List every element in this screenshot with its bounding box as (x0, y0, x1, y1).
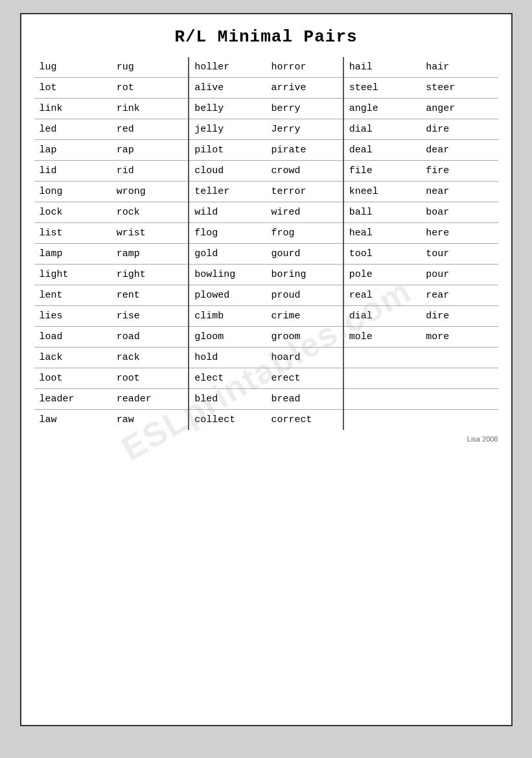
cell-r-word-right: dire (421, 119, 498, 140)
cell-l-word: load (34, 327, 111, 348)
cell-r-word-mid: groom (266, 327, 343, 348)
cell-r-word-right: anger (421, 99, 498, 119)
cell-r-word-right: here (421, 223, 498, 244)
cell-l-word-right: tool (343, 244, 421, 265)
table-row: ledredjellyJerrydialdire (34, 119, 498, 140)
table-row: loadroadgloomgroommolemore (34, 327, 498, 348)
cell-l-word: lack (34, 348, 111, 368)
cell-l-word: led (34, 119, 111, 140)
table-wrapper: lugrughollerhorrorhailhairlotrotalivearr… (34, 57, 498, 430)
cell-r-word: rink (111, 99, 189, 119)
table-row: listwristflogfroghealhere (34, 223, 498, 244)
cell-r-word-right: hair (421, 57, 498, 78)
table-row: lockrockwildwiredballboar (34, 202, 498, 223)
cell-l-word-mid: gold (189, 244, 266, 265)
cell-r-word-mid: gourd (266, 244, 343, 265)
cell-r-word-mid: arrive (266, 78, 343, 99)
cell-r-word-mid: Jerry (266, 119, 343, 140)
cell-l-word-mid: belly (189, 99, 266, 119)
cell-l-word-mid: collect (189, 410, 266, 431)
cell-r-word-mid: erect (266, 368, 343, 389)
cell-r-word-mid: proud (266, 285, 343, 306)
cell-r-word-right (421, 368, 498, 389)
cell-l-word-mid: bowling (189, 265, 266, 285)
cell-l-word: lock (34, 202, 111, 223)
cell-r-word-mid: wired (266, 202, 343, 223)
table-row: lightrightbowlingboringpolepour (34, 265, 498, 285)
cell-l-word: lid (34, 161, 111, 182)
cell-l-word-right: deal (343, 140, 421, 161)
cell-l-word-mid: flog (189, 223, 266, 244)
cell-l-word: leader (34, 389, 111, 410)
cell-r-word-mid: correct (266, 410, 343, 431)
cell-l-word: lent (34, 285, 111, 306)
cell-l-word: law (34, 410, 111, 431)
cell-l-word-mid: bled (189, 389, 266, 410)
table-row: lidridcloudcrowdfilefire (34, 161, 498, 182)
table-row: longwrongtellerterrorkneelnear (34, 182, 498, 202)
cell-r-word-mid: pirate (266, 140, 343, 161)
cell-r-word-right (421, 348, 498, 368)
cell-l-word-right: dial (343, 119, 421, 140)
table-row: liesriseclimbcrimedialdire (34, 306, 498, 327)
table-row: lamprampgoldgourdtooltour (34, 244, 498, 265)
cell-l-word: lamp (34, 244, 111, 265)
cell-r-word-right: dear (421, 140, 498, 161)
cell-l-word-mid: gloom (189, 327, 266, 348)
table-row: lugrughollerhorrorhailhair (34, 57, 498, 78)
cell-r-word-right: tour (421, 244, 498, 265)
cell-r-word: red (111, 119, 189, 140)
cell-r-word-mid: berry (266, 99, 343, 119)
cell-l-word-mid: hold (189, 348, 266, 368)
cell-r-word-right: dire (421, 306, 498, 327)
cell-r-word-right: pour (421, 265, 498, 285)
cell-l-word-right: steel (343, 78, 421, 99)
cell-l-word-mid: alive (189, 78, 266, 99)
page-title: R/L Minimal Pairs (34, 27, 498, 47)
cell-l-word-right: ball (343, 202, 421, 223)
cell-l-word-right (343, 410, 421, 431)
table-row: leaderreaderbledbread (34, 389, 498, 410)
table-row: lootrootelecterect (34, 368, 498, 389)
cell-l-word: lap (34, 140, 111, 161)
table-row: lackrackholdhoard (34, 348, 498, 368)
cell-r-word-mid: boring (266, 265, 343, 285)
cell-l-word-mid: wild (189, 202, 266, 223)
cell-r-word-right: near (421, 182, 498, 202)
cell-l-word-right: mole (343, 327, 421, 348)
cell-r-word: wrong (111, 182, 189, 202)
cell-r-word-right: more (421, 327, 498, 348)
cell-r-word: raw (111, 410, 189, 431)
table-row: laprappilotpiratedealdear (34, 140, 498, 161)
cell-r-word: rent (111, 285, 189, 306)
cell-l-word: long (34, 182, 111, 202)
cell-l-word-right (343, 348, 421, 368)
cell-r-word-right (421, 410, 498, 431)
cell-r-word: wrist (111, 223, 189, 244)
cell-r-word-right: rear (421, 285, 498, 306)
cell-r-word: rap (111, 140, 189, 161)
cell-r-word: right (111, 265, 189, 285)
cell-l-word-right: heal (343, 223, 421, 244)
cell-r-word-mid: crime (266, 306, 343, 327)
cell-l-word-right (343, 389, 421, 410)
cell-r-word: reader (111, 389, 189, 410)
cell-l-word: loot (34, 368, 111, 389)
cell-l-word-mid: teller (189, 182, 266, 202)
cell-l-word-right: real (343, 285, 421, 306)
cell-r-word-right: boar (421, 202, 498, 223)
cell-r-word: root (111, 368, 189, 389)
cell-r-word: rot (111, 78, 189, 99)
table-row: lotrotalivearrivesteelsteer (34, 78, 498, 99)
cell-r-word-right: fire (421, 161, 498, 182)
cell-r-word-mid: crowd (266, 161, 343, 182)
cell-l-word-right (343, 368, 421, 389)
cell-r-word: rock (111, 202, 189, 223)
cell-r-word: ramp (111, 244, 189, 265)
cell-l-word: list (34, 223, 111, 244)
cell-l-word: light (34, 265, 111, 285)
cell-l-word-mid: jelly (189, 119, 266, 140)
page: ESLprintables.com R/L Minimal Pairs lugr… (20, 13, 513, 726)
cell-r-word-mid: horror (266, 57, 343, 78)
cell-l-word-right: file (343, 161, 421, 182)
